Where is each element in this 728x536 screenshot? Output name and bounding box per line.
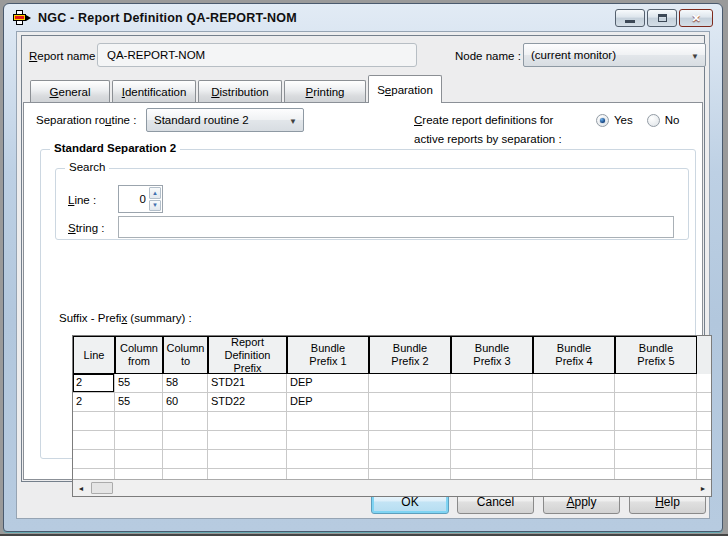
grid-cell[interactable] xyxy=(533,469,615,479)
grid-cell[interactable] xyxy=(615,412,697,431)
grid-cell[interactable]: 60 xyxy=(163,393,208,412)
separation-routine-select[interactable]: Standard routine 2 ▼ xyxy=(146,108,304,132)
grid-cell[interactable]: STD22 xyxy=(208,393,287,412)
grid-cell[interactable]: DEP xyxy=(287,393,369,412)
radio-no[interactable]: No xyxy=(647,113,680,127)
radio-yes-circle[interactable] xyxy=(596,114,609,127)
grid-cell[interactable] xyxy=(73,469,115,479)
grid-column-header[interactable]: Column from xyxy=(115,336,163,374)
grid-column-header[interactable]: Bundle Prefix 5 xyxy=(615,336,697,374)
minimize-button[interactable] xyxy=(615,9,645,27)
grid-cell[interactable]: 55 xyxy=(115,374,163,393)
grid-cell[interactable] xyxy=(287,450,369,469)
grid-cell[interactable] xyxy=(697,393,711,412)
grid-cell[interactable] xyxy=(451,374,533,393)
grid-body[interactable]: 25558STD21DEP25560STD22DEP xyxy=(73,374,711,479)
grid-cell[interactable] xyxy=(115,412,163,431)
grid-cell[interactable]: 55 xyxy=(115,393,163,412)
grid-cell[interactable] xyxy=(697,469,711,479)
grid-column-header[interactable]: Column to xyxy=(163,336,208,374)
grid-cell[interactable]: DEP xyxy=(287,374,369,393)
grid-column-header[interactable]: Bundle Prefix 2 xyxy=(369,336,451,374)
grid-cell[interactable] xyxy=(115,431,163,450)
grid-cell[interactable] xyxy=(697,450,711,469)
grid-cell[interactable] xyxy=(369,393,451,412)
grid-cell[interactable] xyxy=(451,450,533,469)
grid-cell[interactable] xyxy=(697,374,711,393)
grid-cell[interactable] xyxy=(615,469,697,479)
grid-cell[interactable]: STD21 xyxy=(208,374,287,393)
grid-cell[interactable] xyxy=(451,431,533,450)
grid-cell[interactable] xyxy=(73,450,115,469)
grid-cell[interactable] xyxy=(73,412,115,431)
grid-cell[interactable] xyxy=(369,374,451,393)
radio-yes[interactable]: Yes xyxy=(596,113,633,127)
close-button[interactable]: ✕ xyxy=(679,9,713,27)
content-panel: Report name : Node name : (current monit… xyxy=(21,35,705,482)
grid-column-header[interactable]: Line xyxy=(73,336,115,374)
grid-cell[interactable] xyxy=(615,431,697,450)
grid-cell[interactable] xyxy=(533,450,615,469)
maximize-button[interactable] xyxy=(647,9,677,27)
spinner-up-button[interactable]: ▲ xyxy=(149,187,161,199)
grid-cell[interactable] xyxy=(115,469,163,479)
grid-cell[interactable] xyxy=(163,412,208,431)
grid-cell[interactable] xyxy=(533,412,615,431)
grid-cell[interactable] xyxy=(533,431,615,450)
grid-cell[interactable] xyxy=(287,469,369,479)
title-bar[interactable]: NGC - Report Definition QA-REPORT-NOM ✕ xyxy=(4,4,722,31)
grid-column-header[interactable]: Bundle Prefix 4 xyxy=(533,336,615,374)
grid-cell[interactable] xyxy=(287,412,369,431)
grid-cell[interactable] xyxy=(451,393,533,412)
grid-column-header[interactable]: Report Definition Prefix xyxy=(208,336,287,374)
grid-cell[interactable]: 58 xyxy=(163,374,208,393)
grid-cell[interactable] xyxy=(208,450,287,469)
tab-identification[interactable]: Identification xyxy=(112,80,196,102)
grid-cell[interactable] xyxy=(615,393,697,412)
grid-cell[interactable] xyxy=(369,431,451,450)
grid-cell[interactable] xyxy=(369,469,451,479)
grid-cell[interactable] xyxy=(163,450,208,469)
grid-cell[interactable] xyxy=(451,412,533,431)
grid-column-header[interactable]: Bundle Prefix 1 xyxy=(287,336,369,374)
tab-distribution[interactable]: Distribution xyxy=(198,80,282,102)
scroll-left-button[interactable]: ◄ xyxy=(73,480,89,496)
grid-hscrollbar[interactable]: ◄ ► xyxy=(73,479,711,496)
scroll-thumb[interactable] xyxy=(91,482,113,494)
tab-general[interactable]: General xyxy=(30,80,110,102)
string-input[interactable] xyxy=(118,216,674,238)
node-name-value: (current monitor) xyxy=(531,49,616,61)
radio-no-circle[interactable] xyxy=(647,114,660,127)
grid-column-header[interactable]: Bundle Prefix 3 xyxy=(451,336,533,374)
summary-grid[interactable]: LineColumn fromColumn toReport Definitio… xyxy=(72,335,712,497)
tab-separation[interactable]: Separation xyxy=(368,75,442,103)
line-spinner[interactable]: ▲ ▼ xyxy=(118,185,163,213)
node-name-select[interactable]: (current monitor) ▼ xyxy=(523,43,706,67)
standard-separation-group: Standard Separation 2 Search Line : ▲ ▼ … xyxy=(40,149,696,459)
spinner-down-button[interactable]: ▼ xyxy=(149,200,161,212)
grid-cell[interactable] xyxy=(208,469,287,479)
grid-cell[interactable] xyxy=(369,450,451,469)
grid-cell[interactable] xyxy=(73,431,115,450)
grid-cell[interactable] xyxy=(208,412,287,431)
grid-cell[interactable] xyxy=(615,450,697,469)
grid-cell[interactable] xyxy=(163,431,208,450)
grid-cell[interactable] xyxy=(533,393,615,412)
report-name-input[interactable] xyxy=(97,43,417,67)
scroll-right-button[interactable]: ► xyxy=(695,480,711,496)
grid-cell[interactable] xyxy=(287,431,369,450)
grid-cell[interactable] xyxy=(451,469,533,479)
grid-row: 25558STD21DEP xyxy=(73,374,711,393)
grid-cell[interactable] xyxy=(615,374,697,393)
grid-cell[interactable] xyxy=(697,412,711,431)
grid-cell[interactable] xyxy=(533,374,615,393)
grid-cell[interactable]: 2 xyxy=(73,374,115,393)
grid-cell[interactable] xyxy=(163,469,208,479)
tab-printing[interactable]: Printing xyxy=(284,80,366,102)
grid-cell[interactable] xyxy=(369,412,451,431)
grid-cell[interactable] xyxy=(208,431,287,450)
grid-cell[interactable]: 2 xyxy=(73,393,115,412)
grid-cell[interactable] xyxy=(115,450,163,469)
grid-cell[interactable] xyxy=(697,431,711,450)
line-spinner-input[interactable] xyxy=(119,186,148,212)
